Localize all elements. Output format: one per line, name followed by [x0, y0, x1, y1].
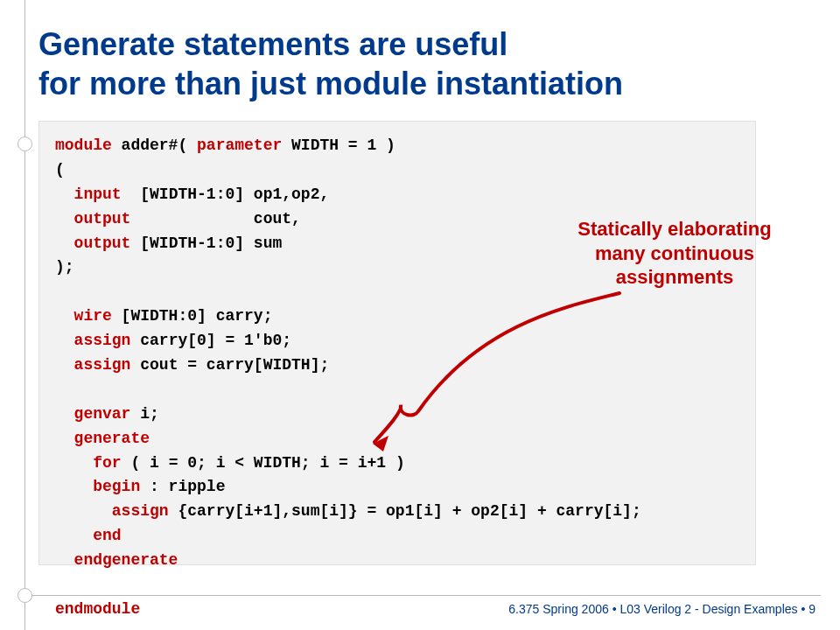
- code-text: );: [55, 258, 74, 276]
- slide-title: Generate statements are useful for more …: [38, 24, 623, 103]
- code-text: {carry[i+1],sum[i]} = op1[i] + op2[i] + …: [169, 502, 641, 520]
- vertical-rule: [24, 0, 25, 630]
- code-text: [WIDTH-1:0] op1,op2,: [122, 186, 330, 203]
- kw-wire: wire: [55, 307, 112, 325]
- kw-assign: assign: [55, 332, 130, 349]
- code-text: i;: [130, 405, 158, 423]
- code-text: cout = carry[WIDTH];: [130, 356, 329, 374]
- code-text: adder#(: [112, 136, 197, 154]
- decorative-circle-bottom: [18, 588, 32, 603]
- kw-assign: assign: [55, 356, 130, 374]
- kw-output: output: [55, 210, 130, 228]
- code-text: cout,: [130, 210, 300, 228]
- kw-assign: assign: [55, 502, 169, 520]
- kw-genvar: genvar: [55, 405, 130, 423]
- kw-module: module: [55, 136, 112, 154]
- kw-endmodule: endmodule: [55, 600, 140, 618]
- code-text: [WIDTH-1:0] sum: [130, 234, 282, 252]
- kw-for: for: [55, 454, 122, 472]
- kw-input: input: [55, 186, 122, 203]
- code-text: WIDTH = 1 ): [282, 136, 396, 154]
- decorative-circle-top: [18, 136, 32, 151]
- kw-endgenerate: endgenerate: [55, 551, 178, 569]
- slide-footer: 6.375 Spring 2006 • L03 Verilog 2 - Desi…: [508, 602, 816, 616]
- code-text: : ripple: [140, 478, 225, 495]
- horizontal-rule: [24, 595, 821, 596]
- annotation-line-2: many continuous: [595, 242, 754, 264]
- title-line-1: Generate statements are useful: [38, 26, 508, 62]
- code-text: ( i = 0; i < WIDTH; i = i+1 ): [122, 454, 405, 472]
- kw-parameter: parameter: [197, 136, 282, 154]
- code-box: module adder#( parameter WIDTH = 1 ) ( i…: [38, 121, 756, 565]
- kw-generate: generate: [55, 430, 150, 447]
- kw-begin: begin: [55, 478, 140, 495]
- kw-output: output: [55, 234, 130, 252]
- annotation-line-1: Statically elaborating: [578, 218, 771, 240]
- kw-end: end: [55, 527, 122, 544]
- code-text: [WIDTH:0] carry;: [112, 307, 273, 325]
- annotation-text: Statically elaborating many continuous a…: [556, 217, 793, 290]
- title-line-2: for more than just module instantiation: [38, 66, 623, 102]
- code-text: (: [55, 161, 65, 178]
- code-text: carry[0] = 1'b0;: [130, 332, 291, 349]
- annotation-line-3: assignments: [616, 266, 734, 288]
